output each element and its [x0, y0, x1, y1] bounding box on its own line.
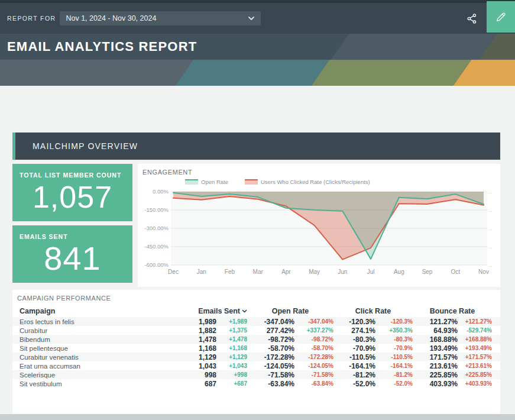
deco-shape-olive — [312, 60, 472, 86]
svg-text:...: ... — [488, 244, 493, 250]
metric-delta: -81.2% — [375, 371, 413, 378]
metric-delta: +1,989 — [216, 318, 247, 325]
metric-value: -71.58% — [247, 371, 294, 379]
campaign-table-body: Eros lectus in felis1,989+1,989-347.04%-… — [12, 317, 500, 388]
campaign-name: Bibendum — [20, 336, 175, 343]
report-for-label: REPORT FOR — [7, 15, 56, 22]
metric-value: -172.28% — [247, 353, 294, 361]
campaign-performance-panel: CAMPAIGN PERFORMANCE Campaign Emails Sen… — [12, 290, 500, 414]
table-row[interactable]: Scelerisque998+998-71.58%-71.58%-81.2%-8… — [12, 370, 500, 379]
table-row[interactable]: Erat urna accumsan1,043+1,043-124.05%-12… — [12, 361, 500, 370]
metric-value: 1,989 — [175, 318, 216, 326]
column-header-bounce-rate[interactable]: Bounce Rate — [430, 307, 475, 315]
svg-text:Oct: Oct — [451, 269, 460, 275]
legend-item-open-rate[interactable]: Open Rate — [185, 179, 228, 185]
metric-value: 1,168 — [175, 344, 216, 353]
svg-text:Jun: Jun — [338, 269, 347, 275]
metric-value: -58.70% — [247, 344, 294, 353]
edit-button[interactable] — [487, 1, 515, 33]
title-band: EMAIL ANALYTICS REPORT — [0, 34, 515, 60]
column-header-emails-sent[interactable]: Emails Sent — [198, 307, 247, 315]
legend-item-clicked-rate[interactable]: Users Who Clicked Rate (Clicks/Recipient… — [245, 179, 370, 185]
metric-value: -164.1% — [333, 362, 375, 370]
metric-value: 277.42% — [247, 327, 294, 335]
campaign-name: Curabitur venenatis — [20, 354, 175, 361]
metric-delta: +337.27% — [294, 327, 333, 334]
metric-value: -98.72% — [247, 335, 294, 344]
svg-text:...: ... — [488, 208, 493, 213]
metric-delta: -52.0% — [375, 380, 413, 387]
table-row[interactable]: Sit pellentesque1,168+1,168-58.70%-58.70… — [12, 344, 500, 353]
metric-value: 171.57% — [413, 353, 458, 361]
kpi-emails-sent: EMAILS SENT 841 — [12, 225, 132, 283]
decorative-band — [0, 60, 515, 86]
kpi-total-list-member-count: TOTAL LIST MEMBER COUNT 1,057 — [12, 164, 132, 221]
engagement-plot: 0.00%...-150.00%...-300.00%...-450.00%..… — [138, 186, 500, 279]
svg-text:Feb: Feb — [225, 269, 235, 275]
report-body: MAILCHIMP OVERVIEW TOTAL LIST MEMBER COU… — [0, 133, 515, 414]
metric-value: 687 — [175, 380, 216, 388]
metric-value: 998 — [175, 371, 216, 379]
metric-value: -110.5% — [333, 353, 375, 361]
legend-swatch-clicked-rate — [245, 179, 258, 185]
metric-delta: +1,375 — [216, 327, 247, 334]
svg-text:-600.00%: -600.00% — [144, 261, 169, 268]
campaign-name: Sit vestibulum — [20, 380, 175, 387]
metric-delta: +168.88% — [458, 336, 492, 343]
metric-delta: +193.49% — [458, 345, 492, 351]
table-row[interactable]: Sit vestibulum687+687-63.84%-63.84%-52.0… — [12, 379, 500, 388]
table-row[interactable]: Bibendum1,478+1,478-98.72%-98.72%-80.3%-… — [12, 335, 500, 344]
campaign-name: Eros lectus in felis — [20, 318, 175, 325]
svg-text:Dec: Dec — [168, 269, 179, 275]
metric-delta: +171.57% — [458, 354, 492, 360]
column-header-click-rate[interactable]: Click Rate — [355, 307, 391, 315]
metric-value: 274.1% — [333, 327, 375, 335]
table-title: CAMPAIGN PERFORMANCE — [12, 295, 500, 302]
svg-text:Mar: Mar — [253, 269, 264, 275]
campaign-name: Scelerisque — [20, 371, 175, 379]
metric-delta: +225.85% — [458, 371, 492, 378]
metric-delta: -70.9% — [375, 345, 413, 351]
metric-delta: +350.3% — [375, 327, 413, 334]
metric-delta: +687 — [216, 380, 247, 387]
share-icon — [467, 13, 478, 24]
table-header-row: Campaign Emails Sent Open Rate Click Rat… — [12, 305, 500, 317]
metric-delta: +1,168 — [216, 345, 247, 351]
metric-value: 403.93% — [413, 380, 458, 388]
metric-delta: -172.28% — [294, 354, 333, 360]
column-header-campaign[interactable]: Campaign — [20, 307, 175, 315]
page-title: EMAIL ANALYTICS REPORT — [0, 39, 197, 54]
section-header-mailchimp-overview: MAILCHIMP OVERVIEW — [12, 133, 500, 160]
svg-text:...: ... — [488, 189, 493, 195]
metric-delta: +1,129 — [216, 354, 247, 360]
metric-delta: -347.04% — [294, 318, 333, 325]
report-header: REPORT FOR Nov 1, 2024 - Nov 30, 2024 EM… — [0, 0, 515, 86]
campaign-name: Sit pellentesque — [20, 345, 175, 352]
svg-text:Aug: Aug — [394, 269, 404, 275]
metric-value: 64.93% — [413, 327, 458, 335]
metric-value: 121.27% — [413, 318, 458, 326]
svg-text:...: ... — [488, 226, 493, 231]
metric-delta: -63.84% — [294, 380, 333, 387]
svg-text:-150.00%: -150.00% — [144, 206, 169, 213]
chart-legend: Open Rate Users Who Clicked Rate (Clicks… — [185, 179, 500, 185]
metric-delta: -71.58% — [294, 371, 333, 378]
date-range-dropdown[interactable]: Nov 1, 2024 - Nov 30, 2024 — [60, 11, 261, 25]
metric-value: 168.88% — [413, 335, 458, 344]
table-row[interactable]: Curabitur1,882+1,375277.42%+337.27%274.1… — [12, 326, 500, 335]
campaign-name: Curabitur — [20, 327, 175, 334]
deco-shape-teal — [176, 60, 330, 86]
metric-delta: -58.70% — [294, 345, 333, 351]
column-header-open-rate[interactable]: Open Rate — [272, 307, 309, 315]
metric-value: -52.0% — [333, 380, 375, 388]
metric-delta: +213.61% — [458, 363, 492, 369]
svg-text:...: ... — [488, 263, 493, 268]
share-button[interactable] — [463, 9, 481, 27]
svg-text:May: May — [309, 269, 320, 275]
metric-value: -63.84% — [247, 380, 294, 388]
table-row[interactable]: Curabitur venenatis1,129+1,129-172.28%-1… — [12, 353, 500, 361]
svg-text:Sep: Sep — [422, 269, 433, 275]
metric-value: 193.49% — [413, 344, 458, 353]
table-row[interactable]: Eros lectus in felis1,989+1,989-347.04%-… — [12, 317, 500, 326]
metric-value: 1,129 — [175, 353, 216, 361]
